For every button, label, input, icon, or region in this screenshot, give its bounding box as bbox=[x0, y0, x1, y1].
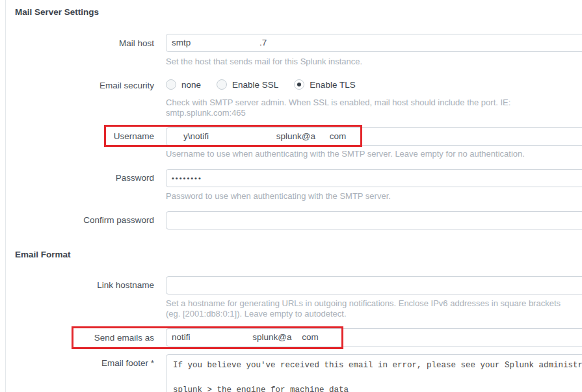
send-emails-as-value-fragment: notifi bbox=[172, 329, 191, 346]
mail-server-settings-heading: Mail Server Settings bbox=[15, 7, 99, 17]
username-help: Username to use when authenticating with… bbox=[166, 149, 525, 159]
mail-settings-page: Mail Server Settings Mail host smtp .7 S… bbox=[0, 0, 582, 392]
radio-enable-tls[interactable]: Enable TLS bbox=[294, 79, 355, 90]
username-input[interactable]: y\notifi splunk@a com bbox=[166, 127, 582, 146]
send-emails-as-value-fragment: com bbox=[302, 329, 319, 346]
radio-enable-ssl[interactable]: Enable SSL bbox=[217, 79, 278, 90]
link-hostname-help-line1: Set a hostname for generating URLs in ou… bbox=[166, 298, 561, 308]
send-emails-as-label: Send emails as bbox=[0, 333, 154, 343]
confirm-password-label: Confirm password bbox=[0, 215, 154, 225]
mail-host-value-fragment: smtp bbox=[172, 34, 191, 51]
mail-host-help: Set the host that sends mail for this Sp… bbox=[166, 57, 362, 67]
password-input[interactable]: •••••••• bbox=[166, 169, 582, 187]
radio-none[interactable]: none bbox=[166, 79, 201, 90]
link-hostname-input[interactable] bbox=[166, 276, 582, 294]
email-security-radio-group: none Enable SSL Enable TLS bbox=[166, 79, 371, 90]
email-security-help-line2: smtp.splunk.com:465 bbox=[166, 108, 246, 118]
username-value-fragment: splunk@a bbox=[276, 128, 315, 145]
username-value-fragment: com bbox=[330, 128, 347, 145]
mail-host-label: Mail host bbox=[0, 38, 154, 48]
radio-selected-circle-icon[interactable] bbox=[294, 79, 304, 90]
radio-circle-icon[interactable] bbox=[217, 79, 227, 90]
email-security-help-line1: Check with SMTP server admin. When SSL i… bbox=[166, 98, 510, 107]
email-footer-textarea[interactable]: If you believe you've received this emai… bbox=[166, 354, 582, 392]
mail-host-input[interactable]: smtp .7 bbox=[166, 34, 582, 52]
send-emails-as-value-fragment: splunk@a bbox=[252, 329, 291, 346]
email-format-heading: Email Format bbox=[15, 250, 71, 259]
link-hostname-label: Link hostname bbox=[0, 280, 154, 290]
radio-enable-ssl-label: Enable SSL bbox=[232, 80, 278, 90]
radio-none-label: none bbox=[181, 80, 201, 90]
username-label: Username bbox=[0, 131, 154, 141]
link-hostname-help-line2: (eg. [2001:db8:0:1]). Leave empty to aut… bbox=[166, 309, 347, 319]
send-emails-as-input[interactable]: notifi splunk@a com bbox=[166, 328, 582, 346]
mail-host-value-fragment: .7 bbox=[259, 34, 267, 51]
password-label: Password bbox=[0, 173, 154, 183]
password-masked-value: •••••••• bbox=[172, 174, 202, 182]
link-hostname-help: Set a hostname for generating URLs in ou… bbox=[166, 298, 582, 319]
email-security-label: Email security bbox=[0, 81, 154, 90]
email-security-help: Check with SMTP server admin. When SSL i… bbox=[166, 98, 582, 118]
confirm-password-input[interactable] bbox=[166, 211, 582, 229]
radio-enable-tls-label: Enable TLS bbox=[310, 80, 355, 90]
password-help: Password to use when authenticating with… bbox=[166, 191, 391, 202]
radio-circle-icon[interactable] bbox=[166, 79, 176, 90]
email-footer-label: Email footer * bbox=[0, 358, 154, 368]
username-value-fragment: y\notifi bbox=[183, 128, 209, 145]
